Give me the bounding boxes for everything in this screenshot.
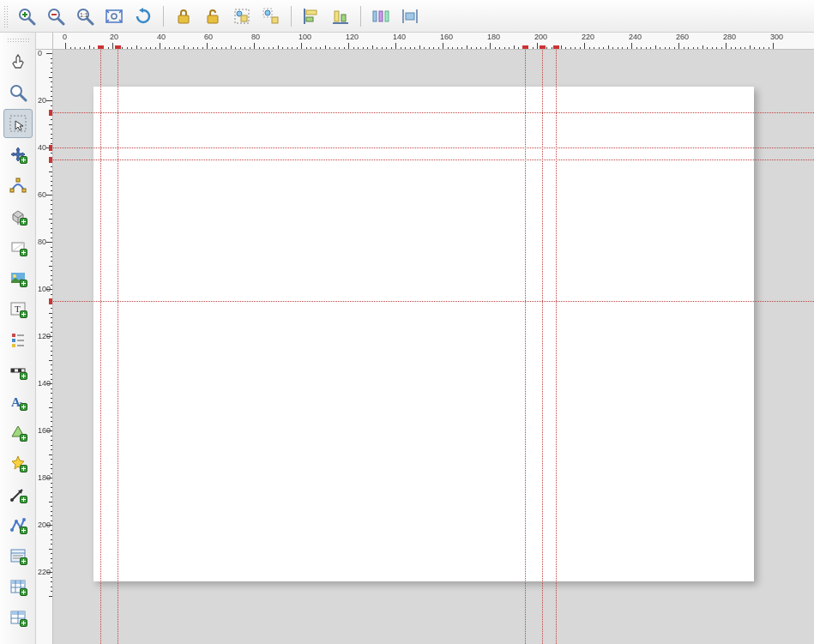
svg-point-17 <box>265 10 270 15</box>
zoom-tool-icon <box>8 82 28 103</box>
add-arrow-icon <box>8 484 28 504</box>
svg-point-40 <box>13 274 16 278</box>
add-image-button[interactable] <box>3 263 33 292</box>
vertical-guide[interactable] <box>100 50 101 644</box>
add-3d-button[interactable] <box>3 202 33 231</box>
ruler-label: 0 <box>63 33 67 41</box>
toolbar-separator <box>163 6 164 27</box>
select-tool-icon <box>8 113 28 134</box>
svg-rect-36 <box>22 189 26 192</box>
zoom-tool-button[interactable] <box>3 78 33 107</box>
svg-rect-35 <box>10 189 14 192</box>
zoom-out-button[interactable] <box>42 3 69 30</box>
group-button[interactable] <box>228 3 256 30</box>
add-text-icon: T <box>8 298 28 319</box>
ruler-label: 20 <box>110 33 118 41</box>
move-content-button[interactable] <box>3 140 33 169</box>
add-rectangle-button[interactable] <box>3 232 33 262</box>
add-legend-icon <box>8 329 28 350</box>
add-scalebar-button[interactable] <box>3 356 33 385</box>
horizontal-guide[interactable] <box>53 159 814 160</box>
horizontal-guide[interactable] <box>53 112 814 113</box>
unlock-icon <box>203 7 222 26</box>
toolbar-grip[interactable] <box>3 5 9 27</box>
plus-badge-icon <box>20 372 27 380</box>
unlock-button[interactable] <box>199 3 226 30</box>
zoom-in-button[interactable] <box>13 3 40 30</box>
ruler-label: 180 <box>38 473 51 482</box>
plus-badge-icon <box>20 527 27 534</box>
canvas-area[interactable] <box>53 50 814 644</box>
svg-rect-27 <box>379 11 383 21</box>
horizontal-guide[interactable] <box>53 147 814 148</box>
add-fixed-table-button[interactable] <box>3 603 33 632</box>
zoom-out-icon <box>46 7 65 26</box>
add-html-button[interactable] <box>3 541 33 570</box>
svg-rect-12 <box>178 15 189 23</box>
add-label-button[interactable]: Aa <box>3 387 33 416</box>
ruler-label: 220 <box>582 33 594 41</box>
zoom-in-icon <box>17 7 36 26</box>
add-arrow-button[interactable] <box>3 479 33 509</box>
ruler-label: 60 <box>204 33 213 41</box>
zoom-fit-icon <box>105 7 124 26</box>
vertical-ruler[interactable]: 020406080100120140160180200220 <box>36 50 53 644</box>
add-image-icon <box>8 268 28 288</box>
ruler-label: 220 <box>38 568 51 576</box>
ruler-label: 40 <box>157 33 166 41</box>
ruler-label: 120 <box>38 332 51 340</box>
vertical-guide[interactable] <box>118 50 118 644</box>
ruler-label: 300 <box>770 33 783 41</box>
svg-rect-43 <box>12 334 15 337</box>
ruler-label: 120 <box>346 33 359 41</box>
vertical-guide[interactable] <box>542 50 543 644</box>
vertical-guide[interactable] <box>556 50 557 644</box>
svg-rect-65 <box>11 581 25 584</box>
edit-nodes-button[interactable] <box>3 171 33 200</box>
add-marker-button[interactable] <box>3 448 33 478</box>
ruler-label: 100 <box>298 33 311 41</box>
select-tool-button[interactable] <box>3 109 33 138</box>
svg-rect-16 <box>241 15 247 21</box>
add-text-button[interactable]: T <box>3 294 33 323</box>
left-toolbar: TAa <box>0 33 36 644</box>
plus-badge-icon <box>20 588 27 596</box>
svg-rect-25 <box>341 15 346 21</box>
ruler-label: 260 <box>676 33 689 41</box>
add-nodes-button[interactable] <box>3 510 33 539</box>
vertical-guide[interactable] <box>525 50 526 644</box>
svg-rect-21 <box>306 10 317 15</box>
ungroup-button[interactable] <box>257 3 285 30</box>
plus-badge-icon <box>20 280 27 287</box>
refresh-button[interactable] <box>130 3 157 30</box>
add-scalebar-icon <box>8 360 28 381</box>
zoom-actual-button[interactable]: 1:1 <box>71 3 99 30</box>
svg-rect-31 <box>406 13 414 20</box>
plus-badge-icon <box>20 403 27 411</box>
add-label-icon: Aa <box>8 391 28 412</box>
add-3d-icon <box>8 206 28 226</box>
page[interactable] <box>93 87 754 582</box>
plus-badge-icon <box>20 249 27 256</box>
lock-button[interactable] <box>170 3 197 30</box>
add-legend-button[interactable] <box>3 325 33 354</box>
refresh-icon <box>134 7 153 26</box>
zoom-fit-button[interactable] <box>100 3 128 30</box>
plus-badge-icon <box>20 434 27 442</box>
distribute-v-button[interactable] <box>396 3 424 30</box>
lock-icon <box>174 7 193 26</box>
svg-line-5 <box>58 19 63 24</box>
svg-rect-18 <box>272 17 278 23</box>
distribute-h-button[interactable] <box>367 3 395 30</box>
align-left-button[interactable] <box>298 3 325 30</box>
align-bottom-button[interactable] <box>327 3 354 30</box>
add-table-button[interactable] <box>3 572 33 601</box>
toolbar-grip[interactable] <box>7 38 29 43</box>
add-html-icon <box>8 545 28 566</box>
horizontal-guide[interactable] <box>53 301 814 302</box>
ruler-label: 100 <box>38 285 51 293</box>
horizontal-ruler[interactable]: 0204060801001201401601802002202402602803… <box>53 33 814 50</box>
add-shape-button[interactable] <box>3 418 33 447</box>
ruler-corner[interactable] <box>36 33 53 50</box>
pan-tool-button[interactable] <box>3 47 33 76</box>
